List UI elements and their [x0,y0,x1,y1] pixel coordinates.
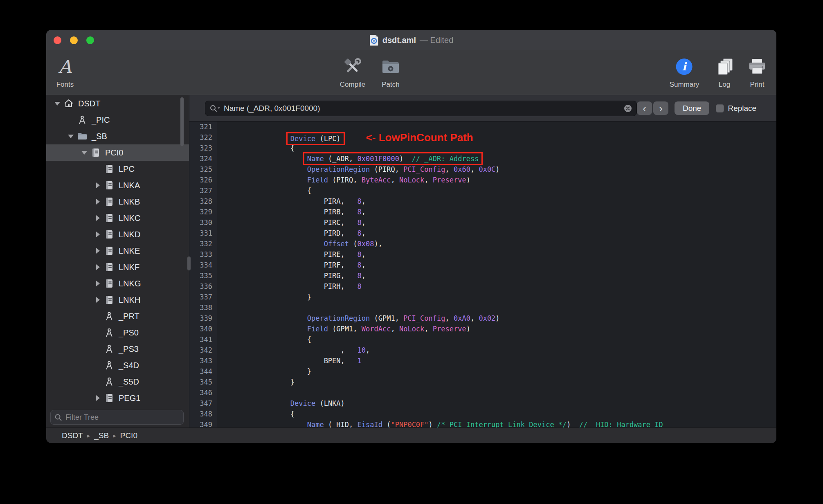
replace-label: Replace [728,104,756,113]
toolbar: A Fonts Compile [46,50,776,95]
tree-item-label: LNKB [119,197,140,207]
log-button[interactable]: Log [715,54,734,89]
tree-item-label: LNKE [119,246,140,256]
tree-item-_s5d[interactable]: _S5D [46,374,189,390]
tree-item-label: _SB [92,132,107,141]
search-input[interactable] [223,104,621,113]
tree-item-label: _PIC [92,115,110,125]
line-number: 342 [189,345,217,356]
code-line-348: 348 { [189,409,776,419]
line-number: 335 [189,270,217,281]
line-number: 327 [189,185,217,196]
sidebar-scrollbar[interactable] [180,97,184,146]
minimize-button[interactable] [70,36,78,44]
replace-option: Replace [716,104,756,113]
search-field[interactable] [205,101,637,116]
code-line-328: 328 PIRA, 8, [189,196,776,207]
code-text [217,302,223,313]
chevron-down-icon[interactable] [52,102,62,106]
pane-splitter[interactable] [187,256,191,270]
line-number: 332 [189,239,217,249]
code-line-341: 341 { [189,334,776,345]
code-area[interactable]: 321322 Device (LPC)<- LowPinCount Path32… [189,122,776,428]
code-line-338: 338 [189,302,776,313]
find-next-button[interactable]: › [653,101,668,115]
code-line-332: 332 Offset (0x08), [189,239,776,249]
titlebar[interactable]: dsdt.aml — Edited [46,30,776,50]
code-text [217,387,223,398]
search-icon [209,104,220,112]
statusbar: DSDT▸_SB▸PCI0 [46,428,776,443]
chevron-down-icon[interactable] [79,151,89,155]
chevron-right-icon[interactable] [93,215,103,221]
code-text: { [217,185,311,196]
summary-button[interactable]: i Summary [670,54,699,89]
tree-item-lnkc[interactable]: LNKC [46,210,189,226]
code-text: } [217,292,311,302]
tree-item-lnkg[interactable]: LNKG [46,275,189,292]
tree-item-lnkb[interactable]: LNKB [46,194,189,210]
compile-button[interactable]: Compile [340,54,365,89]
tree-item-lnkf[interactable]: LNKF [46,259,189,275]
tree-item-_ps0[interactable]: _PS0 [46,324,189,341]
tree-item-lnkd[interactable]: LNKD [46,226,189,243]
code-text: , 10, [217,345,370,356]
line-number: 328 [189,196,217,207]
chevron-right-icon[interactable] [93,232,103,237]
tree-item-lpc[interactable]: LPC [46,161,189,177]
tree-item-pci0[interactable]: PCI0 [46,144,189,161]
line-number: 348 [189,409,217,419]
tree-item-_s4d[interactable]: _S4D [46,357,189,374]
chevron-right-icon[interactable] [93,182,103,188]
window-title: dsdt.aml — Edited [369,30,454,50]
find-previous-button[interactable]: ‹ [637,101,652,115]
tree-item-_pic[interactable]: _PIC [46,112,189,128]
close-button[interactable] [54,36,61,44]
filter-input[interactable] [65,413,180,422]
filter-field[interactable] [50,410,184,425]
tree-item-lnka[interactable]: LNKA [46,177,189,194]
chevron-right-icon[interactable] [93,264,103,270]
chevron-down-icon[interactable] [66,135,76,138]
clear-search-icon[interactable] [623,104,632,113]
breadcrumb-item[interactable]: DSDT [62,431,83,440]
toolbar-label: Compile [340,81,365,89]
tree-item-_prt[interactable]: _PRT [46,308,189,324]
chevron-right-icon[interactable] [93,248,103,254]
done-button[interactable]: Done [675,101,709,115]
chevron-right-icon[interactable] [93,395,103,401]
line-number: 349 [189,419,217,428]
tree-item-peg1[interactable]: PEG1 [46,390,189,406]
code-text: Field (PIRQ, ByteAcc, NoLock, Preserve) [217,175,470,185]
patch-button[interactable]: Patch [381,54,400,89]
red-annotation-box: Device (LPC) [286,132,345,145]
chevron-right-icon[interactable] [93,297,103,303]
chevron-right-icon[interactable] [93,281,103,286]
folder-icon [76,132,89,140]
method-icon [103,344,116,354]
chevron-right-icon: › [659,103,663,114]
fonts-icon: A [58,54,72,80]
tree-item-label: _S4D [119,361,139,370]
breadcrumb-item[interactable]: _SB [94,431,109,440]
tree-item-dsdt[interactable]: DSDT [46,95,189,112]
code-line-325: 325 OperationRegion (PIRQ, PCI_Config, 0… [189,164,776,175]
code-line-330: 330 PIRC, 8, [189,217,776,228]
zoom-button[interactable] [86,36,94,44]
code-text: OperationRegion (GPM1, PCI_Config, 0xA0,… [217,313,500,324]
sidebar: DSDT_PIC_SBPCI0LPCLNKALNKBLNKCLNKDLNKELN… [46,95,189,428]
tree-item-lnke[interactable]: LNKE [46,243,189,259]
tree-item-lnkh[interactable]: LNKH [46,292,189,308]
line-number: 321 [189,122,217,132]
tree-item-_sb[interactable]: _SB [46,128,189,144]
replace-checkbox[interactable] [716,104,724,112]
chevron-right-icon[interactable] [93,199,103,205]
print-button[interactable]: Print [748,54,767,89]
code-line-324: 324 Name (_ADR, 0x001F0000) // _ADR: Add… [189,153,776,164]
code-line-327: 327 { [189,185,776,196]
breadcrumb-separator: ▸ [113,432,116,439]
tree-item-_ps3[interactable]: _PS3 [46,341,189,357]
breadcrumb-item[interactable]: PCI0 [120,431,137,440]
filter-search-icon [54,414,62,421]
fonts-button[interactable]: A Fonts [56,54,74,89]
